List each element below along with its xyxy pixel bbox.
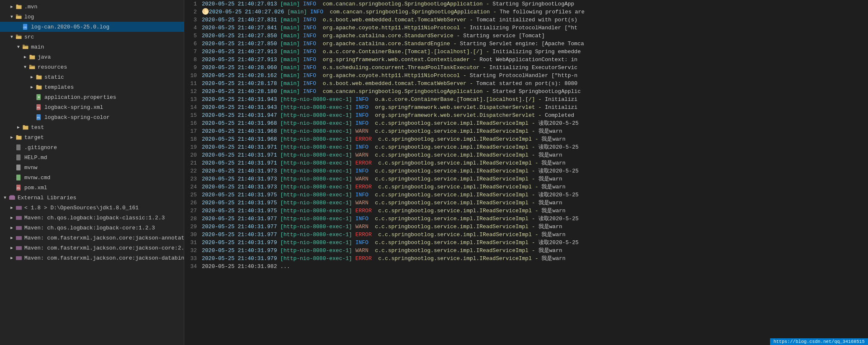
log-content: 2020-05-25 21:40:27.013 [main] INFO com.… xyxy=(202,0,581,8)
log-content: 2020-05-25 21:40:27.850 [main] INFO org.… xyxy=(202,40,591,48)
tree-label-jackson-core: Maven: com.fasterxml.jackson.core:jackso… xyxy=(24,245,184,251)
log-content: 2020-05-25 21:40:31.977 [http-nio-8080-e… xyxy=(202,215,585,223)
log-content: 2020-05-25 21:40:31.979 [http-nio-8080-e… xyxy=(202,247,569,255)
sidebar-item-log[interactable]: ▼log xyxy=(0,12,184,22)
tree-icon-test xyxy=(22,124,29,131)
tree-arrow-src[interactable]: ▼ xyxy=(8,35,15,39)
log-content: 2020-05-25 21:40:31.971 [http-nio-8080-e… xyxy=(202,143,585,151)
sidebar-item-jackson-ann[interactable]: ▶Maven: com.fasterxml.jackson.core:jacks… xyxy=(0,233,184,243)
sidebar-item-jackson-data[interactable]: ▶Maven: com.fasterxml.jackson.core:jacks… xyxy=(0,253,184,263)
sidebar-item-help-md[interactable]: HELP.md xyxy=(0,152,184,162)
log-lines-container: 12020-05-25 21:40:27.013 [main] INFO com… xyxy=(184,0,868,270)
sidebar-item-target[interactable]: ▶target xyxy=(0,132,184,142)
tree-icon-resources xyxy=(28,64,36,70)
sidebar-item-ext-libs[interactable]: ▼External Libraries xyxy=(0,193,184,203)
tree-arrow-java[interactable]: ▶ xyxy=(22,54,28,59)
svg-rect-10 xyxy=(16,165,21,170)
tree-label-src: src xyxy=(24,34,34,40)
sidebar-item-test[interactable]: ▶test xyxy=(0,122,184,132)
log-content: 2020-05-25 21:40:31.971 [http-nio-8080-e… xyxy=(202,159,572,167)
line-number: 1 xyxy=(184,0,202,8)
log-row: 142020-05-25 21:40:31.943 [http-nio-8080… xyxy=(184,103,868,111)
tree-arrow-logback-core[interactable]: ▶ xyxy=(8,225,15,230)
sidebar-item-templates[interactable]: ▶templates xyxy=(0,82,184,92)
sidebar-item-mvnw[interactable]: mvnw xyxy=(0,162,184,172)
sidebar-item-src[interactable]: ▼src xyxy=(0,32,184,42)
sidebar-item-app-props[interactable]: application.properties xyxy=(0,92,184,102)
tree-arrow-resources[interactable]: ▼ xyxy=(22,65,28,70)
sidebar-item-logback-color[interactable]: XMLlogback-spring-color xyxy=(0,112,184,122)
line-number: 20 xyxy=(184,151,202,159)
log-content: 2020-05-25 21:40:28.060 [main] INFO o.s.… xyxy=(202,64,584,72)
log-content: 2020-05-25 21:40:31.968 [http-nio-8080-e… xyxy=(202,119,585,127)
log-row: 162020-05-25 21:40:31.968 [http-nio-8080… xyxy=(184,119,868,127)
sidebar-item-logback-classic[interactable]: ▶Maven: ch.qos.logback:logback-classic:1… xyxy=(0,213,184,223)
tree-label-static: static xyxy=(44,74,64,80)
line-number: 13 xyxy=(184,95,202,103)
tree-arrow-log[interactable]: ▼ xyxy=(8,15,15,19)
log-row: 82020-05-25 21:40:27.913 [main] INFO org… xyxy=(184,56,868,64)
tree-arrow-ext-libs[interactable]: ▼ xyxy=(2,196,8,200)
log-row: 192020-05-25 21:40:31.971 [http-nio-8080… xyxy=(184,143,868,151)
svg-text:LOG: LOG xyxy=(23,26,27,28)
log-content: 2020-05-25 21:40:31.947 [http-nio-8080-e… xyxy=(202,111,581,119)
sidebar-item-jackson-core[interactable]: ▶Maven: com.fasterxml.jackson.core:jacks… xyxy=(0,243,184,253)
tree-label-ext-libs: External Libraries xyxy=(18,195,76,201)
tree-arrow-jackson-core[interactable]: ▶ xyxy=(8,245,15,250)
sidebar-item-log-file[interactable]: LOGlog-can.2020-05-25.0.log xyxy=(0,22,184,32)
tree-icon-log-file: LOG xyxy=(22,23,29,30)
tree-icon-jackson-ann xyxy=(15,234,23,241)
tree-icon-java xyxy=(28,54,36,60)
tree-arrow-jackson-ann[interactable]: ▶ xyxy=(8,235,15,240)
sidebar-item-logback-xml[interactable]: XMLlogback-spring.xml xyxy=(0,102,184,112)
sidebar-item-gitignore[interactable]: .gitignore xyxy=(0,142,184,152)
sidebar-item-main[interactable]: ▼main xyxy=(0,42,184,52)
svg-rect-8 xyxy=(16,144,21,150)
log-row: 212020-05-25 21:40:31.971 [http-nio-8080… xyxy=(184,159,868,167)
tree-label-jackson-ann: Maven: com.fasterxml.jackson.core:jackso… xyxy=(24,235,184,241)
log-row: 222020-05-25 21:40:31.973 [http-nio-8080… xyxy=(184,167,868,175)
tree-label-log: log xyxy=(24,14,34,20)
tree-label-main: main xyxy=(31,44,44,50)
tree-arrow-test[interactable]: ▶ xyxy=(15,125,22,130)
tree-icon-static xyxy=(35,74,43,80)
tree-label-templates: templates xyxy=(44,84,74,90)
tree-arrow-main[interactable]: ▼ xyxy=(15,45,22,49)
tree-icon-gitignore xyxy=(15,144,23,151)
tree-icon-logback-core xyxy=(15,224,23,231)
log-row: 132020-05-25 21:40:31.943 [http-nio-8080… xyxy=(184,95,868,103)
line-number: 31 xyxy=(184,239,202,247)
log-content: 2020-05-25 21:40:27.913 [main] INFO o.a.… xyxy=(202,48,587,56)
line-number: 12 xyxy=(184,88,202,95)
log-content: 2020-05-25 21:40:31.975 [http-nio-8080-e… xyxy=(202,191,585,199)
sidebar-item-java[interactable]: ▶java xyxy=(0,52,184,62)
svg-rect-17 xyxy=(16,216,22,220)
tree-label-logback-classic: Maven: ch.qos.logback:logback-classic:1.… xyxy=(24,215,165,221)
log-content: 2020-05-25 21:40:27.850 [main] INFO org.… xyxy=(202,32,551,40)
tree-icon-ext-libs xyxy=(8,194,16,201)
log-content: 2020-05-25 21:40:31.968 [http-nio-8080-e… xyxy=(202,135,572,143)
sidebar-item-mvnw-cmd[interactable]: mvnw.cmd xyxy=(0,172,184,183)
tree-icon-main xyxy=(22,44,29,50)
file-tree[interactable]: ▶.mvn▼logLOGlog-can.2020-05-25.0.log▼src… xyxy=(0,0,184,345)
sidebar-item-jdk[interactable]: ▶< 1.8 > D:\OpenSources\jdk1.8.0_161 xyxy=(0,203,184,213)
tree-arrow-logback-classic[interactable]: ▶ xyxy=(8,215,15,220)
tree-arrow-static[interactable]: ▶ xyxy=(28,75,35,80)
tree-icon-templates xyxy=(35,84,43,90)
tree-arrow-jdk[interactable]: ▶ xyxy=(8,205,15,210)
sidebar-item-resources[interactable]: ▼resources xyxy=(0,62,184,72)
tree-icon-jackson-data xyxy=(15,255,23,261)
sidebar-item-mvn[interactable]: ▶.mvn xyxy=(0,2,184,12)
sidebar-item-logback-core[interactable]: ▶Maven: ch.qos.logback:logback-core:1.2.… xyxy=(0,223,184,233)
log-row: 272020-05-25 21:40:31.975 [http-nio-8080… xyxy=(184,207,868,215)
log-row: 322020-05-25 21:40:31.979 [http-nio-8080… xyxy=(184,247,868,255)
tree-arrow-mvn[interactable]: ▶ xyxy=(8,4,15,9)
tree-arrow-target[interactable]: ▶ xyxy=(8,135,15,140)
sidebar-item-static[interactable]: ▶static xyxy=(0,72,184,82)
line-number: 14 xyxy=(184,103,202,111)
sidebar-item-pom-xml[interactable]: XMLpom.xml xyxy=(0,183,184,193)
log-viewer[interactable]: 12020-05-25 21:40:27.013 [main] INFO com… xyxy=(184,0,868,345)
tree-arrow-templates[interactable]: ▶ xyxy=(28,85,35,90)
tree-arrow-jackson-data[interactable]: ▶ xyxy=(8,255,15,260)
log-row: 252020-05-25 21:40:31.975 [http-nio-8080… xyxy=(184,191,868,199)
